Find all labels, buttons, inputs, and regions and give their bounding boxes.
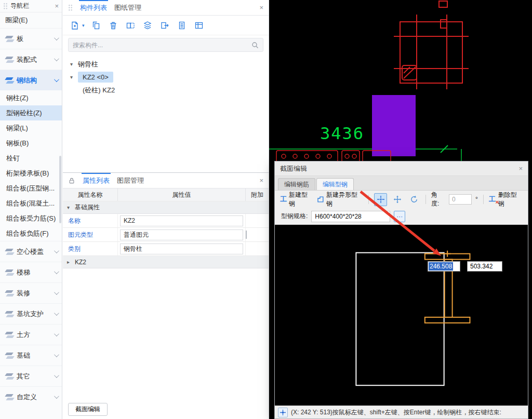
- property-value-input[interactable]: 普通图元: [120, 229, 243, 240]
- nav-group-earthwork[interactable]: 土方: [0, 324, 62, 345]
- copy-component-icon[interactable]: [90, 20, 102, 31]
- tab-component-list[interactable]: 构件列表: [80, 0, 107, 16]
- nav-item-label: 其它: [17, 372, 30, 381]
- dimension-input-active[interactable]: 246.508: [428, 261, 460, 272]
- dimension-input[interactable]: 503.342: [467, 261, 502, 272]
- tab-edit-steel[interactable]: 编辑型钢: [316, 178, 354, 190]
- spec-input[interactable]: [311, 211, 390, 222]
- nav-item-composite-slab-rebar[interactable]: 组合板受力筋(S): [0, 211, 62, 226]
- tab-edit-rebar[interactable]: 编辑钢筋: [278, 178, 315, 190]
- nav-group-hollow-floor[interactable]: 空心楼盖: [0, 241, 62, 262]
- rotate-tool-button[interactable]: [407, 193, 420, 206]
- nav-item-label: 钢梁(L): [6, 124, 28, 133]
- nav-item-composite-slab-negative[interactable]: 组合板负筋(F): [0, 226, 62, 241]
- dialog-tabs: 编辑钢筋 编辑型钢: [275, 176, 528, 191]
- new-shaped-steel-button[interactable]: 新建异形型钢: [317, 191, 363, 208]
- stairs-icon: [4, 269, 14, 276]
- steel-structure-icon: [4, 77, 14, 84]
- tree-expander-icon[interactable]: ▾: [70, 74, 75, 80]
- nav-item-steel-column[interactable]: 钢柱(Z): [0, 90, 62, 105]
- nav-group-prefab[interactable]: 装配式: [0, 49, 62, 70]
- property-group-kz2[interactable]: ▸ KZ2: [63, 256, 269, 268]
- attribute-form-icon[interactable]: [193, 20, 205, 31]
- angle-input[interactable]: [449, 194, 472, 205]
- tab-layer-management[interactable]: 图层管理: [117, 173, 144, 188]
- panel-close-icon[interactable]: ×: [259, 4, 263, 11]
- nav-item-stud[interactable]: 栓钉: [0, 151, 62, 166]
- component-search[interactable]: [68, 38, 263, 52]
- button-label: 新建型钢: [289, 191, 313, 208]
- component-panel-header: 构件列表 图纸管理 ×: [63, 0, 269, 16]
- coordinate-icon[interactable]: [278, 408, 288, 417]
- toolbar-separator: [368, 195, 369, 204]
- other-icon: [4, 373, 14, 380]
- nav-item-label: 组合板受力筋(S): [6, 214, 56, 223]
- nav-item-composite-slab-concrete[interactable]: 组合板(混凝土...: [0, 196, 62, 211]
- copy-to-icon[interactable]: [125, 20, 136, 31]
- tree-node-kz2[interactable]: ▾ KZ2 <0>: [63, 71, 269, 84]
- tab-property-list[interactable]: 属性列表: [83, 173, 110, 188]
- nav-group-foundation[interactable]: 基础: [0, 345, 62, 366]
- nav-item-label: 组合板负筋(F): [6, 229, 49, 238]
- nav-group-pit-support[interactable]: 基坑支护: [0, 303, 62, 324]
- navigation-panel: 导航栏 × 圈梁(E) 板 装配式 钢结构 钢柱(Z) 型钢砼柱(Z) 钢梁(L…: [0, 0, 62, 419]
- panel-close-icon[interactable]: ×: [259, 177, 263, 184]
- section-canvas[interactable]: 246.508 503.342: [275, 225, 528, 406]
- chevron-down-icon: [54, 394, 59, 399]
- tree-node-kz2-child[interactable]: (砼柱) KZ2: [63, 84, 269, 97]
- nav-item-label: 基坑支护: [17, 309, 44, 319]
- group-expander-icon[interactable]: ▾: [67, 205, 72, 210]
- delete-steel-button[interactable]: 工× 删除型钢: [489, 191, 523, 208]
- tab-drawing-management[interactable]: 图纸管理: [114, 0, 141, 16]
- chevron-down-icon: [54, 56, 59, 61]
- nav-item-composite-slab-steel[interactable]: 组合板(压型钢...: [0, 181, 62, 196]
- nav-item-steel-beam[interactable]: 钢梁(L): [0, 120, 62, 136]
- property-row-element-type: 图元类型 普通图元: [63, 228, 269, 242]
- new-steel-button[interactable]: 工 新建型钢: [280, 191, 313, 208]
- move-tool-button[interactable]: [391, 193, 404, 206]
- property-panel-header: 属性列表 图层管理 ×: [63, 173, 269, 188]
- lock-icon[interactable]: [68, 177, 75, 184]
- nav-item-steel-plate[interactable]: 钢板(B): [0, 136, 62, 151]
- property-name: 类别: [63, 242, 118, 255]
- nav-group-custom[interactable]: 自定义: [0, 386, 62, 407]
- dialog-close-icon[interactable]: ×: [518, 165, 523, 172]
- search-input[interactable]: [73, 42, 248, 49]
- new-component-dropdown-icon[interactable]: ▾: [82, 23, 85, 28]
- nav-group-slab[interactable]: 板: [0, 28, 62, 49]
- dialog-titlebar[interactable]: 截面编辑 ×: [275, 161, 528, 176]
- nav-item-src-column[interactable]: 型钢砼柱(Z): [0, 105, 62, 120]
- new-component-icon[interactable]: [69, 20, 81, 31]
- prefab-icon: [4, 56, 14, 63]
- selected-column-element[interactable]: [372, 95, 416, 156]
- tree-node-steel-column-group[interactable]: ▾ 钢骨柱: [63, 58, 269, 71]
- nav-close-icon[interactable]: ×: [55, 3, 59, 9]
- storey-copy-icon[interactable]: [142, 20, 153, 31]
- point-placement-tool-button[interactable]: [374, 193, 387, 206]
- document-icon[interactable]: [176, 20, 188, 31]
- dialog-title: 截面编辑: [280, 164, 307, 173]
- export-component-icon[interactable]: [159, 20, 170, 31]
- nav-item-ring-beam[interactable]: 圈梁(E): [0, 12, 62, 28]
- nav-item-label: 圈梁(E): [5, 16, 28, 25]
- column-header-value: 属性值: [118, 188, 246, 201]
- extra-checkbox[interactable]: [246, 231, 247, 239]
- nav-group-other[interactable]: 其它: [0, 366, 62, 386]
- delete-component-icon[interactable]: [108, 20, 119, 31]
- section-edit-button[interactable]: 截面编辑: [68, 403, 108, 416]
- property-value-input[interactable]: KZ2: [120, 215, 243, 226]
- grip-handle-icon[interactable]: [3, 3, 8, 9]
- grip-handle-icon[interactable]: [68, 4, 73, 11]
- nav-item-label: 自定义: [17, 393, 37, 402]
- spec-more-button[interactable]: ···: [394, 211, 405, 222]
- nav-group-stairs[interactable]: 楼梯: [0, 262, 62, 282]
- nav-group-finishing[interactable]: 装修: [0, 282, 62, 303]
- tree-expander-icon[interactable]: ▾: [70, 61, 75, 67]
- nav-scrollbar[interactable]: [59, 156, 61, 223]
- property-group-basic[interactable]: ▾ 基础属性: [63, 201, 269, 214]
- nav-group-steel-structure[interactable]: 钢结构: [0, 70, 62, 90]
- property-value-input[interactable]: 钢骨柱: [120, 244, 243, 254]
- group-expander-icon[interactable]: ▸: [67, 259, 72, 265]
- tree-node-selected-label[interactable]: KZ2 <0>: [78, 72, 113, 83]
- nav-item-truss-deck[interactable]: 桁架楼承板(B): [0, 166, 62, 181]
